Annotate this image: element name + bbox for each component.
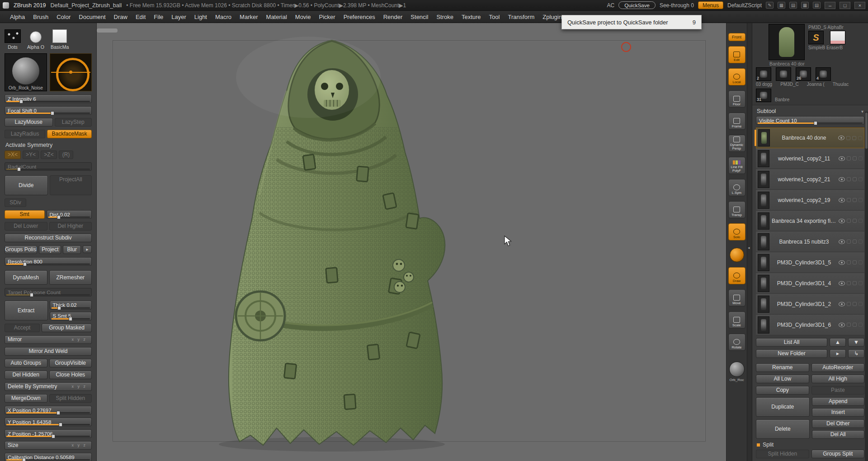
paste-button[interactable]: Paste xyxy=(811,386,865,395)
edit-mode-button[interactable]: Edit xyxy=(728,46,745,63)
menu-document[interactable]: Document xyxy=(75,12,109,22)
visible-count-slider[interactable]: Visible Count 10 xyxy=(756,116,864,125)
brush-thumbnail[interactable] xyxy=(5,29,21,43)
menu-stroke[interactable]: Stroke xyxy=(433,12,457,22)
dynamesh-button[interactable]: DynaMesh xyxy=(5,270,47,285)
visibility-eye-icon[interactable] xyxy=(839,156,845,161)
move-up-button[interactable]: ▲ xyxy=(830,338,846,347)
floor-grid-button[interactable]: Floor xyxy=(728,90,745,108)
size-xyz-toggles[interactable]: x y z xyxy=(71,442,89,449)
menu-file[interactable]: File xyxy=(150,12,167,22)
subtool-row[interactable]: PM3D_Cylinder3D1_5 xyxy=(756,252,864,273)
blur-button[interactable]: Blur xyxy=(63,245,81,254)
groupvisible-button[interactable]: GroupVisible xyxy=(49,359,92,367)
menu-macro[interactable]: Macro xyxy=(212,12,235,22)
subtool-row[interactable]: PM3D_Cylinder3D1_4 xyxy=(756,273,864,294)
del-other-button[interactable]: Del Other xyxy=(812,419,865,428)
projectall-button[interactable]: ProjectAll xyxy=(50,175,92,195)
target-polygone-count-slider[interactable]: Target Polygone Count xyxy=(5,288,92,296)
quicksave-button[interactable]: QuickSave xyxy=(618,1,656,9)
uv-icon[interactable] xyxy=(853,260,857,264)
subtool-row[interactable]: wolverine1_copy2_19 xyxy=(756,190,864,211)
move-mode-button[interactable]: Move xyxy=(728,289,745,306)
alpha-picker[interactable]: Alpha O xyxy=(27,31,44,50)
s-smt-slider[interactable]: S Smt 5 xyxy=(50,312,92,321)
menu-material[interactable]: Material xyxy=(263,12,291,22)
mirror-and-weld-button[interactable]: Mirror And Weld xyxy=(5,347,92,356)
uv-icon[interactable] xyxy=(853,177,857,181)
collapse-arrow-icon[interactable]: ◂ xyxy=(748,245,750,250)
visibility-eye-icon[interactable] xyxy=(839,198,845,202)
lsym-button[interactable]: L.Sym xyxy=(728,179,745,196)
z-position-slider[interactable]: Z Position -1.25706 xyxy=(5,429,92,438)
menu-stencil[interactable]: Stencil xyxy=(407,12,432,22)
delete-button[interactable]: Delete xyxy=(756,419,810,439)
ghost-icon[interactable] xyxy=(859,177,863,181)
pen-tablet-icon[interactable]: ✎ xyxy=(766,2,774,9)
see-through-label[interactable]: See-through 0 xyxy=(660,2,694,9)
polyframe-button[interactable]: Line Fill PolyF xyxy=(728,157,745,174)
frame-button[interactable]: Frame xyxy=(728,113,745,130)
menu-preferences[interactable]: Preferences xyxy=(340,12,379,22)
default-zscript-label[interactable]: DefaultZScript xyxy=(727,2,762,9)
uv-icon[interactable] xyxy=(853,302,857,306)
polypaint-icon[interactable] xyxy=(847,240,851,244)
symmetry-z-button[interactable]: >Z< xyxy=(41,151,57,159)
material-thumbnail[interactable] xyxy=(52,29,67,43)
symmetry-y-button[interactable]: >Y< xyxy=(23,151,39,159)
tool-thumbnail-4[interactable]: 4 xyxy=(816,67,831,81)
new-folder-button[interactable]: New Folder xyxy=(756,349,827,358)
panel-layout-icon[interactable]: ▦ xyxy=(801,2,809,9)
close-holes-button[interactable]: Close Holes xyxy=(49,371,92,379)
ghost-icon[interactable] xyxy=(859,198,863,202)
grid-layout-icon[interactable]: ▦ xyxy=(778,2,785,9)
ghost-icon[interactable] xyxy=(859,302,863,306)
del-higher-button[interactable]: Del Higher xyxy=(49,222,92,230)
z-intensity-slider[interactable]: Z Intensity 6 xyxy=(5,94,92,103)
menu-picker[interactable]: Picker xyxy=(316,12,339,22)
maximize-button[interactable]: □ xyxy=(840,2,850,9)
radialcount-slider[interactable]: RadialCount xyxy=(5,162,92,171)
ghost-icon[interactable] xyxy=(859,156,863,160)
ghost-icon[interactable] xyxy=(859,260,863,264)
subtool-row[interactable]: wolverine1_copy2_11 xyxy=(756,148,864,169)
duplicate-button[interactable]: Duplicate xyxy=(756,397,810,417)
material-picker[interactable]: BasicMa xyxy=(51,29,69,50)
menu-brush[interactable]: Brush xyxy=(29,12,52,22)
menu-color[interactable]: Color xyxy=(53,12,74,22)
eraserbrush-thumbnail[interactable] xyxy=(830,31,845,44)
mirror-xyz-toggles[interactable]: x y z xyxy=(71,336,89,343)
minimize-button[interactable]: – xyxy=(825,2,835,9)
panel-scrollbar[interactable] xyxy=(865,112,868,461)
subtool-section-header[interactable]: Subtool ▾ xyxy=(756,108,864,114)
draw-mode-button[interactable]: Draw xyxy=(728,267,745,284)
uv-icon[interactable] xyxy=(853,240,857,244)
visibility-eye-icon[interactable] xyxy=(839,240,845,244)
polypaint-icon[interactable] xyxy=(847,198,851,202)
subtool-thumbnail[interactable] xyxy=(758,254,769,271)
move-down-button[interactable]: ▼ xyxy=(848,338,864,347)
local-symmetry-button[interactable]: Local xyxy=(728,68,745,85)
delete-by-symmetry-button[interactable]: Delete By Symmetryx y z xyxy=(5,382,92,391)
document-canvas[interactable] xyxy=(97,23,726,461)
stroke-ring-thumbnail[interactable] xyxy=(50,53,92,91)
backfacemask-button[interactable]: BackfaceMask xyxy=(47,130,92,138)
color-swatch-orange[interactable] xyxy=(730,248,744,262)
split-section-header[interactable]: Split xyxy=(756,442,864,448)
list-all-button[interactable]: List All xyxy=(756,338,827,347)
move-to-folder-button[interactable]: ↳ xyxy=(848,349,864,358)
autoreorder-button[interactable]: AutoReorder xyxy=(811,363,865,372)
copy-button[interactable]: Copy xyxy=(756,386,809,395)
all-high-button[interactable]: All High xyxy=(811,375,865,383)
ghost-icon[interactable] xyxy=(859,219,863,223)
insert-button[interactable]: Insert xyxy=(812,408,865,417)
visibility-eye-icon[interactable] xyxy=(839,260,845,265)
del-lower-button[interactable]: Del Lower xyxy=(5,222,47,230)
tool-thumbnail-1[interactable]: 2 xyxy=(756,67,771,81)
lazystep-button[interactable]: LazyStep xyxy=(55,118,92,127)
del-all-button[interactable]: Del All xyxy=(812,430,865,439)
visibility-eye-icon[interactable] xyxy=(839,281,845,286)
menu-alpha[interactable]: Alpha xyxy=(6,12,28,22)
rename-button[interactable]: Rename xyxy=(756,363,809,372)
visibility-eye-icon[interactable] xyxy=(839,219,845,223)
